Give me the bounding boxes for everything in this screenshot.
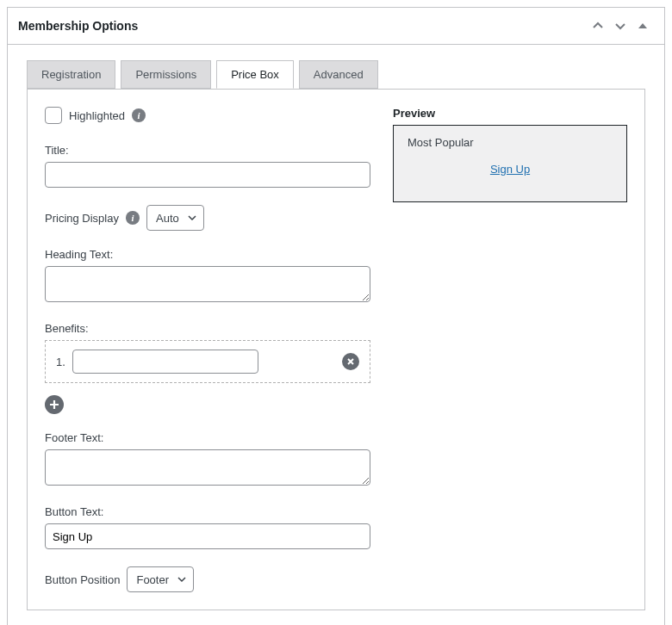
button-text-input[interactable] [45,523,370,549]
panel-header: Membership Options [8,8,664,45]
benefit-number: 1. [56,356,65,368]
chevron-up-icon [592,20,604,32]
button-text-label: Button Text: [45,505,370,518]
tab-content: Highlighted i Title: Pricing Display i [27,89,645,610]
heading-text-input[interactable] [45,266,370,302]
benefits-label: Benefits: [45,322,370,335]
panel-body: Registration Permissions Price Box Advan… [8,45,664,625]
preview-column: Preview Most Popular Sign Up [393,107,627,202]
membership-options-panel: Membership Options Registration Permissi… [7,7,665,625]
title-label: Title: [45,144,370,157]
highlighted-label: Highlighted [69,109,125,122]
tab-row: Registration Permissions Price Box Advan… [27,60,645,90]
form-column: Highlighted i Title: Pricing Display i [45,107,370,592]
benefit-input[interactable] [72,350,258,374]
preview-badge: Most Popular [408,136,613,149]
move-down-button[interactable] [609,15,632,37]
footer-text-input[interactable] [45,449,370,486]
close-icon [346,357,355,366]
benefit-row: 1. [45,340,370,383]
tab-advanced[interactable]: Advanced [299,60,378,89]
title-input[interactable] [45,162,370,188]
pricing-display-select[interactable]: Auto [146,205,204,231]
chevron-down-icon [188,213,196,222]
chevron-down-icon [177,575,186,584]
triangle-up-icon [638,21,648,31]
preview-signup-link[interactable]: Sign Up [408,163,613,176]
pricing-display-label: Pricing Display [45,212,119,225]
info-icon[interactable]: i [132,108,146,122]
button-position-value: Footer [136,573,169,586]
highlighted-checkbox[interactable] [45,107,62,124]
info-icon[interactable]: i [126,211,140,225]
button-position-label: Button Position [45,573,120,586]
button-position-select[interactable]: Footer [127,566,194,592]
add-benefit-button[interactable] [45,395,64,414]
tab-price-box[interactable]: Price Box [216,60,294,89]
chevron-down-icon [614,20,626,32]
footer-text-label: Footer Text: [45,431,370,444]
pricing-display-value: Auto [156,212,179,225]
preview-title: Preview [393,107,627,120]
collapse-button[interactable] [632,15,654,37]
remove-benefit-button[interactable] [342,353,359,370]
preview-box: Most Popular Sign Up [393,125,627,202]
tab-permissions[interactable]: Permissions [121,60,211,89]
panel-title: Membership Options [18,19,587,33]
heading-text-label: Heading Text: [45,248,370,261]
move-up-button[interactable] [587,15,609,37]
plus-icon [49,399,59,410]
tab-registration[interactable]: Registration [27,60,115,89]
